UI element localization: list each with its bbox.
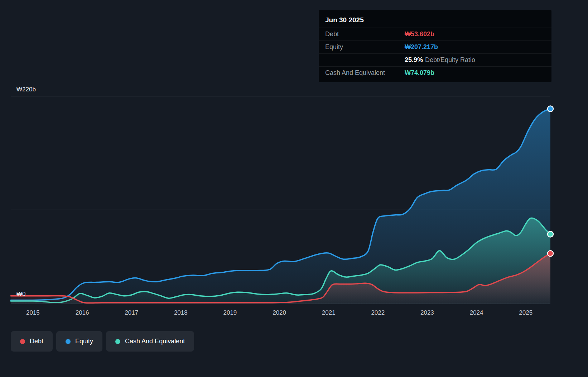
y-axis-label-max: ₩220b [16, 86, 36, 93]
end-marker-equity[interactable] [548, 106, 553, 112]
x-tick-2019: 2019 [223, 309, 237, 316]
x-tick-2015: 2015 [26, 309, 40, 316]
legend-debt-label: Debt [30, 338, 43, 345]
legend-cash-label: Cash And Equivalent [125, 338, 185, 345]
end-marker-cash-and-equivalent[interactable] [548, 231, 553, 237]
tooltip-row-debt: Debt ₩53.602b [319, 28, 551, 40]
tooltip-date: Jun 30 2025 [319, 11, 551, 28]
tooltip-equity-label: Equity [325, 43, 405, 51]
legend-item-debt[interactable]: Debt [11, 331, 53, 352]
tooltip-row-equity: Equity ₩207.217b [319, 40, 551, 53]
x-tick-2020: 2020 [273, 309, 286, 316]
x-tick-2025: 2025 [519, 309, 532, 316]
x-tick-2024: 2024 [470, 309, 483, 316]
equity-series-dot-icon [66, 339, 71, 344]
x-tick-2018: 2018 [174, 309, 188, 316]
debt-series-dot-icon [20, 339, 25, 344]
cash-series-dot-icon [115, 339, 120, 344]
ratio-label: Debt/Equity Ratio [425, 56, 475, 63]
chart-legend: Debt Equity Cash And Equivalent [11, 331, 194, 352]
tooltip-cash-label: Cash And Equivalent [325, 69, 405, 77]
x-tick-2021: 2021 [322, 309, 336, 316]
x-tick-2022: 2022 [371, 309, 385, 316]
x-tick-2016: 2016 [76, 309, 89, 316]
tooltip-ratio: 25.9%Debt/Equity Ratio [405, 56, 475, 64]
tooltip-row-cash: Cash And Equivalent ₩74.079b [319, 66, 551, 79]
end-marker-debt[interactable] [548, 250, 553, 256]
legend-item-equity[interactable]: Equity [56, 331, 102, 352]
tooltip-row-ratio: 25.9%Debt/Equity Ratio [319, 53, 551, 66]
tooltip-cash-value: ₩74.079b [405, 69, 434, 77]
tooltip-equity-value: ₩207.217b [405, 43, 438, 51]
x-tick-2023: 2023 [420, 309, 434, 316]
chart-tooltip: Jun 30 2025 Debt ₩53.602b Equity ₩207.21… [319, 10, 551, 82]
tooltip-debt-value: ₩53.602b [405, 30, 434, 38]
legend-item-cash[interactable]: Cash And Equivalent [106, 331, 194, 352]
y-axis-label-zero: ₩0 [16, 291, 26, 298]
ratio-value: 25.9% [405, 56, 423, 63]
x-tick-2017: 2017 [125, 309, 138, 316]
legend-equity-label: Equity [75, 338, 93, 345]
tooltip-debt-label: Debt [325, 30, 405, 38]
chart-panel: 2015201620172018201920202021202220232024… [0, 0, 588, 377]
